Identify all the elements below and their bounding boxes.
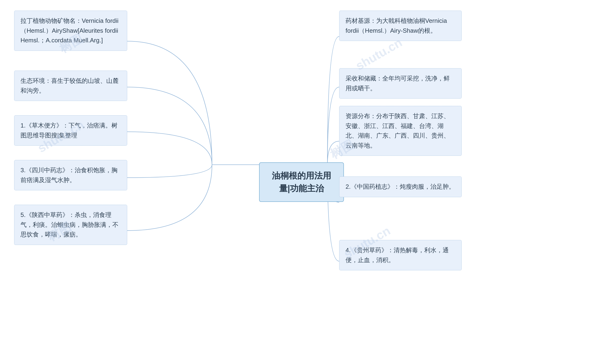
- right-node-5-text: 4.《贵州草药》：清热解毒，利水，通便，止血，消积。: [346, 247, 449, 264]
- center-node: 油桐根的用法用量|功能主治: [259, 162, 344, 202]
- right-node-3-text: 资源分布：分布于陕西、甘肃、江苏、安徽、浙江、江西、福建、台湾、湖北、湖南、广东…: [346, 112, 450, 149]
- right-node-4-text: 2.《中国药植志》：炖瘦肉服，治足肿。: [346, 183, 455, 190]
- left-node-5-text: 5.《陕西中草药》：杀虫，消食理气，利痰。治蛔虫病，胸胁胀满，不思饮食，哮喘，瘰…: [21, 211, 118, 238]
- left-node-1-text: 拉丁植物动物矿物名：Vernicia fordii（Hemsl.）AirySha…: [21, 17, 118, 44]
- right-node-2-text: 采收和储藏：全年均可采挖，洗净，鲜用或晒干。: [346, 75, 450, 92]
- right-node-3: 资源分布：分布于陕西、甘肃、江苏、安徽、浙江、江西、福建、台湾、湖北、湖南、广东…: [339, 106, 462, 156]
- center-label: 油桐根的用法用量|功能主治: [272, 171, 331, 193]
- right-node-1: 药材基源：为大戟科植物油桐Vernicia fordii（Hemsl.）Airy…: [339, 11, 462, 41]
- left-node-3-text: 1.《草木便方》：下气，治痞满。树图思维导图搜|集整理: [21, 122, 117, 139]
- right-node-4: 2.《中国药植志》：炖瘦肉服，治足肿。: [339, 176, 462, 197]
- right-node-2: 采收和储藏：全年均可采挖，洗净，鲜用或晒干。: [339, 68, 462, 99]
- right-node-1-text: 药材基源：为大戟科植物油桐Vernicia fordii（Hemsl.）Airy…: [346, 17, 447, 34]
- left-node-4-text: 3.《四川中药志》：治食积饱胀，胸前痞满及湿气水肿。: [21, 166, 117, 184]
- left-node-1: 拉丁植物动物矿物名：Vernicia fordii（Hemsl.）AirySha…: [14, 11, 127, 51]
- mind-map: 树图 shutu.cn 树图 shutu.cn 树图 shutu.cn: [0, 0, 603, 364]
- left-node-2: 生态环境：喜生于较低的山坡、山麓和沟旁。: [14, 71, 127, 101]
- left-node-3: 1.《草木便方》：下气，治痞满。树图思维导图搜|集整理: [14, 115, 127, 146]
- left-node-2-text: 生态环境：喜生于较低的山坡、山麓和沟旁。: [21, 77, 118, 94]
- left-node-5: 5.《陕西中草药》：杀虫，消食理气，利痰。治蛔虫病，胸胁胀满，不思饮食，哮喘，瘰…: [14, 205, 127, 245]
- right-node-5: 4.《贵州草药》：清热解毒，利水，通便，止血，消积。: [339, 240, 462, 270]
- left-node-4: 3.《四川中药志》：治食积饱胀，胸前痞满及湿气水肿。: [14, 160, 127, 190]
